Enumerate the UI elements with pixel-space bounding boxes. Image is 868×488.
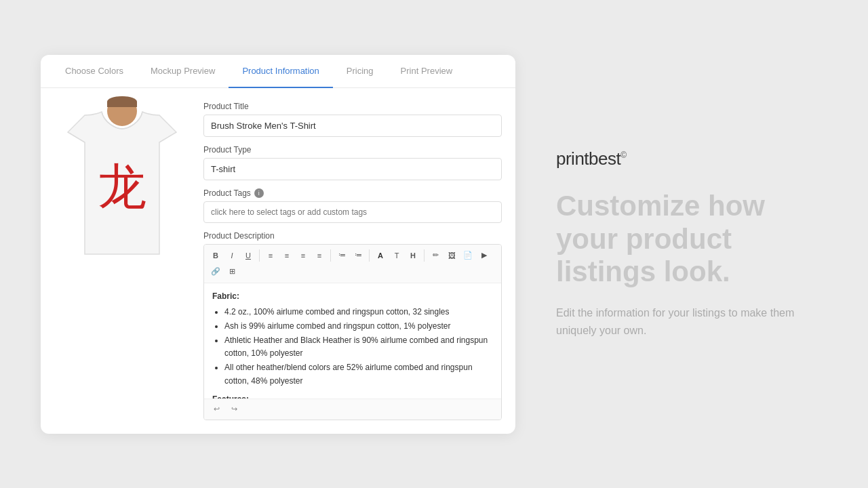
description-editor: B I U ≡ ≡ ≡ ≡ ≔ ≔ A [203,244,502,420]
features-title: Features: [212,393,493,399]
align-center-btn[interactable]: ≡ [279,248,294,263]
pen-btn[interactable]: ✏ [428,248,443,263]
tab-print-preview[interactable]: Print Preview [387,55,467,88]
fabric-item-2: Athletic Heather and Black Heather is 90… [224,334,493,360]
table-btn[interactable]: ⊞ [224,264,239,279]
video-btn[interactable]: ▶ [477,248,492,263]
undo-btn[interactable]: ↩ [210,403,223,416]
doc-btn[interactable]: 📄 [460,248,475,263]
tab-choose-colors[interactable]: Choose Colors [52,55,137,88]
sep3 [369,249,370,262]
tab-product-information[interactable]: Product Information [229,55,332,88]
product-tags-label: Product Tags [203,188,251,198]
product-image: 龙 [54,102,190,420]
toolbar-row1: B I U ≡ ≡ ≡ ≡ ≔ ≔ A [204,245,501,283]
product-description-group: Product Description B I U ≡ ≡ ≡ ≡ [203,231,502,420]
tab-mockup-preview[interactable]: Mockup Preview [137,55,229,88]
product-tags-group: Product Tags i [203,188,502,223]
sep4 [424,249,425,262]
brand-superscript: © [620,151,626,161]
tab-pricing[interactable]: Pricing [333,55,387,88]
hero-subtext: Edit the information for your listings t… [556,304,814,339]
person-overlay [61,102,183,271]
brand-name: printbest [556,148,620,169]
fabric-item-0: 4.2 oz., 100% airlume combed and ringspu… [224,306,493,319]
heading-btn[interactable]: H [406,248,420,263]
product-tags-label-row: Product Tags i [203,188,502,198]
card-body: 龙 Product Title [41,88,515,434]
product-title-input[interactable] [203,115,502,137]
main-card: Choose Colors Mockup Preview Product Inf… [41,55,515,434]
tshirt-container: 龙 [61,102,183,271]
fabric-item-3: All other heather/blend colors are 52% a… [224,361,493,387]
right-side: printbest© Customize how your product li… [542,135,827,352]
fabric-list: 4.2 oz., 100% airlume combed and ringspu… [212,306,493,388]
form-area: Product Title Product Type Product Tags … [203,102,502,420]
sep2 [330,249,331,262]
align-left-btn[interactable]: ≡ [263,248,278,263]
list-unordered-btn[interactable]: ≔ [351,248,366,263]
fabric-item-1: Ash is 99% airlume combed and ringspun c… [224,320,493,333]
product-title-group: Product Title [203,102,502,137]
fabric-title: Fabric: [212,290,493,303]
editor-content-area[interactable]: Fabric: 4.2 oz., 100% airlume combed and… [204,283,501,399]
link-btn[interactable]: 🔗 [208,264,223,279]
align-justify-btn[interactable]: ≡ [312,248,327,263]
product-title-label: Product Title [203,102,502,111]
product-type-label: Product Type [203,145,502,155]
product-type-input[interactable] [203,158,502,180]
italic-btn[interactable]: I [224,248,239,263]
page-wrapper: Choose Colors Mockup Preview Product Inf… [0,0,868,488]
product-type-group: Product Type [203,145,502,180]
font-color-btn[interactable]: A [373,248,388,263]
image-btn[interactable]: 🖼 [444,248,459,263]
bold-btn[interactable]: B [208,248,223,263]
person-hair [107,96,137,107]
hero-headline: Customize how your product listings look… [556,190,814,288]
tabs-bar: Choose Colors Mockup Preview Product Inf… [41,55,515,88]
list-ordered-btn[interactable]: ≔ [334,248,349,263]
underline-btn[interactable]: U [241,248,256,263]
text-style-btn[interactable]: T [389,248,404,263]
redo-btn[interactable]: ↪ [227,403,241,416]
sep1 [259,249,260,262]
brand-logo: printbest© [556,148,814,169]
editor-footer: ↩ ↪ [204,399,501,420]
product-description-label: Product Description [203,231,502,241]
info-icon: i [254,188,264,198]
align-right-btn[interactable]: ≡ [296,248,311,263]
product-tags-input[interactable] [203,201,502,223]
